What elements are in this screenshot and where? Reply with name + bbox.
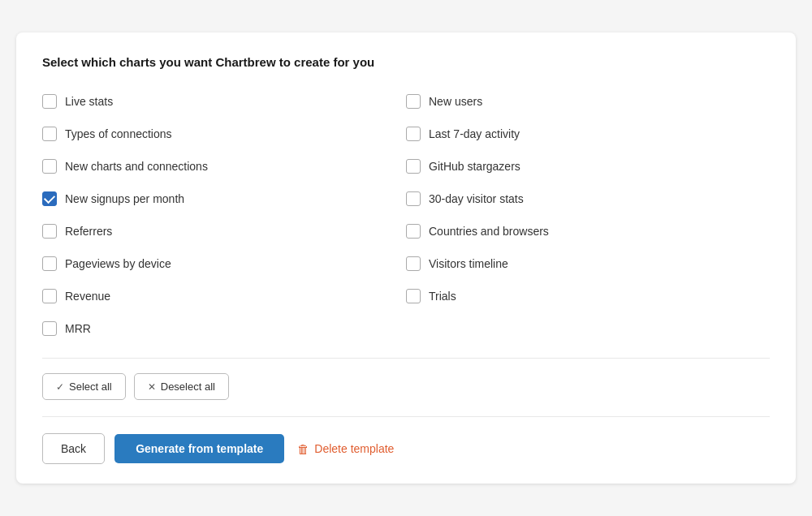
trash-icon: 🗑 [297, 442, 309, 456]
checkbox-label-mrr[interactable]: MRR [65, 322, 91, 335]
checkbox-github-stargazers[interactable] [406, 159, 421, 174]
checkbox-item-new-signups-per-month: New signups per month [42, 183, 406, 215]
back-button[interactable]: Back [42, 433, 105, 464]
checkbox-column-right: New usersLast 7-day activityGitHub starg… [406, 85, 770, 345]
footer-divider [42, 416, 770, 417]
generate-button[interactable]: Generate from template [114, 434, 284, 463]
checkbox-item-30-day-visitor-stats: 30-day visitor stats [406, 183, 770, 215]
checkbox-types-of-connections[interactable] [42, 127, 57, 141]
x-icon: ✕ [148, 381, 156, 393]
checkbox-grid: Live statsTypes of connectionsNew charts… [42, 85, 770, 345]
checkbox-item-countries-and-browsers: Countries and browsers [406, 215, 770, 247]
checkbox-label-trials[interactable]: Trials [429, 290, 456, 303]
select-all-label: Select all [69, 381, 112, 393]
checkbox-label-pageviews-by-device[interactable]: Pageviews by device [65, 257, 171, 270]
checkbox-revenue[interactable] [42, 289, 57, 303]
checkbox-item-last-7-day-activity: Last 7-day activity [406, 118, 770, 150]
checkbox-label-live-stats[interactable]: Live stats [65, 95, 113, 108]
delete-template-button[interactable]: 🗑 Delete template [294, 442, 397, 456]
checkbox-label-new-users[interactable]: New users [429, 95, 482, 108]
checkbox-item-referrers: Referrers [42, 215, 406, 247]
checkbox-referrers[interactable] [42, 224, 57, 239]
checkbox-item-live-stats: Live stats [42, 85, 406, 118]
checkbox-last-7-day-activity[interactable] [406, 127, 421, 141]
select-all-button[interactable]: ✓ Select all [42, 373, 126, 400]
checkbox-item-visitors-timeline: Visitors timeline [406, 247, 770, 280]
card-title: Select which charts you want Chartbrew t… [42, 55, 770, 69]
back-label: Back [61, 442, 86, 455]
checkbox-trials[interactable] [406, 289, 421, 303]
checkbox-item-github-stargazers: GitHub stargazers [406, 150, 770, 183]
checkbox-label-30-day-visitor-stats[interactable]: 30-day visitor stats [429, 192, 524, 205]
checkbox-column-left: Live statsTypes of connectionsNew charts… [42, 85, 406, 345]
checkbox-item-trials: Trials [406, 280, 770, 312]
checkbox-item-pageviews-by-device: Pageviews by device [42, 247, 406, 280]
divider-1 [42, 358, 770, 359]
checkbox-label-last-7-day-activity[interactable]: Last 7-day activity [429, 127, 520, 140]
checkbox-mrr[interactable] [42, 321, 57, 336]
deselect-all-label: Deselect all [161, 381, 215, 393]
footer-row: Back Generate from template 🗑 Delete tem… [42, 433, 770, 464]
checkbox-item-mrr: MRR [42, 312, 406, 345]
checkbox-item-revenue: Revenue [42, 280, 406, 312]
checkbox-item-types-of-connections: Types of connections [42, 118, 406, 150]
checkbox-countries-and-browsers[interactable] [406, 224, 421, 239]
checkbox-label-referrers[interactable]: Referrers [65, 225, 112, 238]
checkbox-visitors-timeline[interactable] [406, 256, 421, 271]
checkmark-icon: ✓ [56, 381, 64, 393]
checkbox-label-new-signups-per-month[interactable]: New signups per month [65, 192, 184, 205]
checkbox-label-countries-and-browsers[interactable]: Countries and browsers [429, 225, 549, 238]
checkbox-new-charts-and-connections[interactable] [42, 159, 57, 174]
deselect-all-button[interactable]: ✕ Deselect all [134, 373, 229, 400]
checkbox-item-new-users: New users [406, 85, 770, 118]
generate-label: Generate from template [136, 442, 263, 455]
checkbox-new-users[interactable] [406, 94, 421, 109]
checkbox-label-visitors-timeline[interactable]: Visitors timeline [429, 257, 508, 270]
checkbox-label-new-charts-and-connections[interactable]: New charts and connections [65, 160, 208, 173]
action-row: ✓ Select all ✕ Deselect all [42, 373, 770, 400]
checkbox-label-revenue[interactable]: Revenue [65, 290, 110, 303]
main-card: Select which charts you want Chartbrew t… [16, 32, 796, 484]
checkbox-label-github-stargazers[interactable]: GitHub stargazers [429, 160, 520, 173]
checkbox-new-signups-per-month[interactable] [42, 191, 57, 206]
checkbox-label-types-of-connections[interactable]: Types of connections [65, 127, 172, 140]
delete-label: Delete template [314, 442, 394, 455]
checkbox-pageviews-by-device[interactable] [42, 256, 57, 271]
checkbox-30-day-visitor-stats[interactable] [406, 191, 421, 206]
checkbox-item-new-charts-and-connections: New charts and connections [42, 150, 406, 183]
checkbox-live-stats[interactable] [42, 94, 57, 109]
